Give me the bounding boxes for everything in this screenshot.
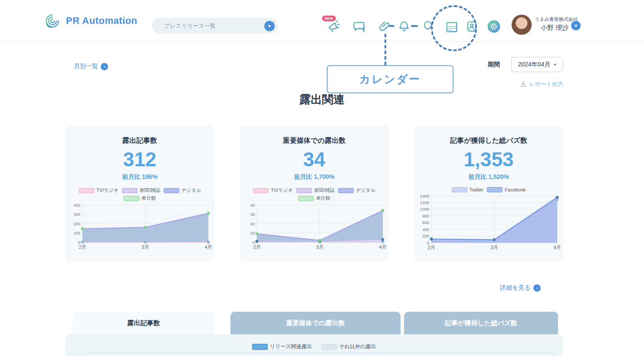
svg-text:40: 40 — [250, 203, 255, 208]
user-menu-chevron-icon[interactable]: ▾ — [571, 21, 581, 30]
see-details-label: 詳細を見る — [500, 284, 531, 292]
download-icon — [520, 81, 527, 88]
svg-text:400: 400 — [73, 203, 80, 208]
period-select-value: 2024年04月 — [518, 61, 551, 69]
legend-swatch — [338, 188, 354, 193]
monthly-list-link[interactable]: 月別一覧 › — [74, 63, 108, 70]
svg-text:1000: 1000 — [420, 207, 429, 212]
legend-item: リリース関連露出 — [252, 343, 312, 350]
svg-text:1400: 1400 — [420, 194, 429, 198]
legend-swatch — [252, 344, 268, 350]
legend-item: TV/ラジオ — [253, 187, 293, 194]
legend-item: Twitter — [452, 187, 483, 192]
section-title: 露出関連 — [0, 92, 644, 107]
svg-text:800: 800 — [422, 214, 429, 218]
stat-card-key-media: 重要媒体での露出数 34 前月比 1,700% TV/ラジオ 新聞/雑誌 デジタ… — [240, 125, 389, 261]
legend-item: 新聞/雑誌 — [122, 187, 160, 194]
svg-text:100: 100 — [73, 231, 80, 235]
stat-card-exposure-articles: 露出記事数 312 前月比 196% TV/ラジオ 新聞/雑誌 デジタル 未分類… — [65, 125, 214, 261]
tab-total-buzz[interactable]: 記事が獲得した総バズ数 — [404, 312, 558, 334]
legend-swatch — [122, 188, 138, 193]
period-label: 期間 — [488, 61, 500, 69]
svg-text:2月: 2月 — [427, 245, 435, 250]
gear-icon[interactable] — [486, 18, 502, 35]
trend-chart: 02004006008001000120014002月3月4月 — [416, 193, 562, 253]
press-release-select[interactable]: プレスリリース一覧 ▾ — [152, 18, 278, 34]
chevron-right-icon: › — [101, 63, 108, 70]
card-title: 重要媒体での露出数 — [283, 136, 346, 145]
card-mom-change: 前月比 1,700% — [294, 173, 334, 181]
logo[interactable]: PR Automation — [43, 12, 138, 30]
chevron-down-icon: ▾ — [554, 62, 556, 67]
svg-text:4月: 4月 — [553, 245, 561, 250]
tab-exposure-articles[interactable]: 露出記事数 — [73, 312, 214, 334]
svg-text:300: 300 — [73, 212, 80, 217]
svg-text:2月: 2月 — [253, 244, 260, 250]
legend-swatch — [452, 187, 467, 192]
logo-spiral-icon — [43, 12, 62, 30]
report-export-link[interactable]: レポート出力 — [520, 80, 563, 88]
report-export-label: レポート出力 — [529, 80, 563, 88]
new-badge: NEW — [322, 16, 336, 21]
calendar-tooltip: カレンダー — [327, 65, 453, 93]
legend-item: Facebook — [487, 187, 526, 192]
svg-text:3月: 3月 — [490, 245, 498, 250]
user-company: うまみ食堂株式会社 — [535, 16, 578, 23]
annotation-dash-segment — [411, 25, 418, 27]
header: PR Automation プレスリリース一覧 ▾ NEW — [0, 0, 644, 42]
chart-legend: TV/ラジオ 新聞/雑誌 デジタル 未分類 — [253, 187, 375, 201]
svg-text:3月: 3月 — [141, 244, 149, 250]
card-title: 記事が獲得した総バズ数 — [450, 136, 527, 145]
chevron-right-icon: › — [533, 284, 541, 292]
trend-chart: 01002003004002月3月4月 — [67, 202, 213, 253]
chart-legend: TV/ラジオ 新聞/雑誌 デジタル 未分類 — [79, 187, 201, 201]
legend-item: それ以外の露出 — [322, 343, 376, 350]
svg-text:200: 200 — [422, 234, 429, 238]
legend-swatch — [298, 196, 314, 201]
bottom-chart-grid — [85, 353, 558, 356]
card-value: 34 — [303, 149, 325, 170]
card-title: 露出記事数 — [122, 136, 157, 145]
monthly-list-label: 月別一覧 — [74, 63, 98, 70]
tab-key-media[interactable]: 重要媒体での露出数 — [230, 312, 401, 334]
svg-text:600: 600 — [422, 221, 429, 225]
logo-text: PR Automation — [66, 15, 138, 26]
annotation-dashed-line — [384, 34, 386, 65]
chart-legend: Twitter Facebook — [452, 187, 526, 192]
legend-swatch — [487, 187, 503, 192]
avatar[interactable] — [511, 14, 532, 35]
svg-text:4月: 4月 — [379, 244, 386, 250]
legend-item: デジタル — [164, 187, 201, 194]
page: PR Automation プレスリリース一覧 ▾ NEW — [0, 0, 644, 356]
annotation-dash-segment — [389, 25, 394, 27]
bell-icon[interactable] — [396, 18, 412, 35]
card-value: 1,353 — [463, 149, 513, 170]
legend-swatch — [322, 344, 337, 350]
svg-text:10: 10 — [250, 231, 255, 235]
svg-text:30: 30 — [250, 212, 255, 217]
legend-item: 未分類 — [298, 195, 330, 201]
trend-chart: 0102030402月3月4月 — [241, 202, 387, 253]
legend-item: 未分類 — [124, 195, 156, 201]
legend-swatch — [253, 188, 269, 193]
legend-item: デジタル — [338, 187, 375, 194]
chat-icon[interactable] — [351, 18, 367, 35]
legend-swatch — [79, 188, 94, 193]
legend-item: TV/ラジオ — [79, 187, 118, 194]
legend-swatch — [296, 188, 312, 193]
card-mom-change: 前月比 196% — [122, 173, 158, 181]
svg-text:1200: 1200 — [420, 200, 429, 205]
svg-text:4月: 4月 — [204, 244, 212, 250]
see-details-link[interactable]: 詳細を見る › — [500, 284, 541, 292]
period-select[interactable]: 2024年04月 ▾ — [511, 57, 563, 72]
legend-swatch — [124, 196, 139, 201]
press-release-select-value: プレスリリース一覧 — [164, 22, 216, 30]
svg-text:0: 0 — [427, 241, 429, 245]
card-mom-change: 前月比 1,520% — [468, 173, 509, 181]
annotation-dashed-circle — [431, 5, 477, 51]
svg-text:200: 200 — [73, 221, 80, 226]
bottom-chart-legend: リリース関連露出 それ以外の露出 — [65, 343, 563, 350]
svg-text:0: 0 — [253, 240, 255, 245]
svg-text:2月: 2月 — [79, 244, 86, 250]
stat-card-total-buzz: 記事が獲得した総バズ数 1,353 前月比 1,520% Twitter Fac… — [414, 125, 563, 261]
